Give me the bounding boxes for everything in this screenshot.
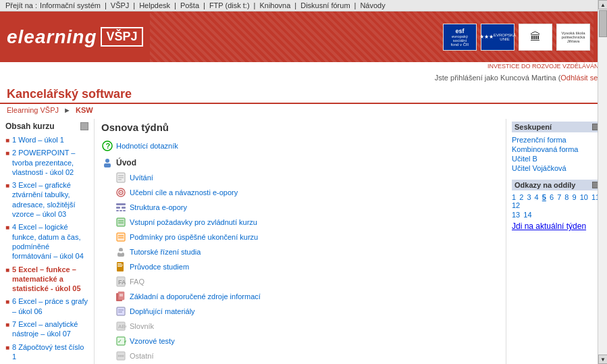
bullet-3: ■ [5,181,9,190]
svg-rect-12 [116,207,120,209]
logo-elearning: elearning [7,26,97,48]
svg-rect-17 [117,218,125,226]
sidebar-title-label: Obsah kurzu [5,122,55,131]
sidebar-collapse-icon[interactable] [80,122,88,130]
eu-logo-eu: ★★★ EVROPSKÁ UNIE [481,24,514,51]
current-week-link[interactable]: Jdi na aktuální týden [512,222,586,231]
requirements-icon [115,216,127,228]
sidebar-link-8[interactable]: 8 Zápočtový test číslo 1 [12,342,88,362]
link-vzorove[interactable]: Vzorové testy [130,337,175,345]
main-layout: Obsah kurzu ■ 1 Word – úkol 1 ■ 2 POWERP… [0,116,607,364]
link-ucitel-b[interactable]: Učitel B [512,155,537,163]
svg-point-45 [120,355,122,357]
nav-item-navody[interactable]: Návody [360,1,385,9]
link-uvod[interactable]: Úvod [116,158,136,167]
sidebar-item-8: ■ 8 Zápočtový test číslo 1 [5,342,88,362]
sidebar-link-4[interactable]: 4 Excel – logické funkce, datum a čas, p… [12,222,88,261]
nav-item-forum[interactable]: Diskusní fórum [300,1,350,9]
logo-vspj: VŠPJ [101,27,142,47]
link-cile[interactable]: Učební cíle a návaznosti e-opory [130,188,238,197]
link-uvitani[interactable]: Uvítání [130,174,153,182]
grouping-section: Seskupení Prezenční forma Kombinovaná fo… [512,122,602,173]
link-week-14[interactable]: 14 [523,211,531,219]
nav-item-posta[interactable]: Pošta [180,1,199,9]
sidebar-link-5[interactable]: 5 Excel – funkce – matematické a statist… [12,265,88,294]
grouping-kombinovana: Kombinovaná forma [512,145,602,154]
link-vojackova[interactable]: Učitel Vojáčková [512,164,566,172]
svg-point-44 [118,355,120,357]
link-pruvodce[interactable]: Průvodce studiem [130,263,189,271]
tree-item-pruvodce: Průvodce studiem [115,259,499,274]
grouping-ucitel-b: Učitel B [512,154,602,163]
link-week-3[interactable]: 3 [527,193,531,201]
logout-link[interactable]: Odhlásit se [560,74,598,82]
link-week-10[interactable]: 10 [580,193,588,201]
tree-item-vstupni: Vstupní požadavky pro zvládnutí kurzu [115,215,499,230]
link-kombinovana[interactable]: Kombinovaná forma [512,145,578,153]
link-doplnujici[interactable]: Doplňující materiály [130,307,195,315]
nav-item-vspj[interactable]: VŠPJ [111,1,130,9]
scroll-thumb[interactable] [599,10,607,37]
scroll-track [598,9,607,355]
sidebar-link-2[interactable]: 2 POWERPOINT – tvorba prezentace, vlastn… [12,148,88,177]
link-slovnik[interactable]: Slovník [130,322,154,330]
link-week-1[interactable]: 1 [512,193,516,201]
sidebar-link-7[interactable]: 7 Excel – analytické nástroje – úkol 07 [12,319,88,339]
link-faq[interactable]: FAQ [130,278,144,286]
page-title-area: Kancelářský software [0,84,607,104]
tree-item-vzorove: ✓ ✓ Vzorové testy [115,334,499,348]
link-week-4[interactable]: 4 [535,193,539,201]
link-zdroje[interactable]: Základní a doporučené zdroje informací [130,292,261,301]
sidebar-link-3[interactable]: 3 Excel – grafické ztvárnění tabulky, ad… [12,180,88,219]
link-week-6[interactable]: 6 [550,193,554,201]
bullet-5: ■ [5,265,9,274]
nav-item-knihovna[interactable]: Knihovna [259,1,290,9]
tree-item-hodnotici: ? Hodnotící dotazník [101,138,499,153]
tree-item-zdroje: Základní a doporučené zdroje informací [115,289,499,304]
link-week-9[interactable]: 9 [573,193,577,201]
link-vstupni[interactable]: Vstupní požadavky pro zvládnutí kurzu [130,218,257,226]
sidebar-link-1[interactable]: 1 Word – úkol 1 [12,135,64,145]
bullet-7: ■ [5,320,9,329]
nav-item-helpdesk[interactable]: Helpdesk [139,1,170,9]
link-ostatni[interactable]: Ostatní [130,352,153,360]
svg-rect-25 [120,251,122,253]
conditions-icon [115,231,127,243]
link-prezencni[interactable]: Prezenční forma [512,136,566,144]
link-week-5[interactable]: 5 [542,193,546,201]
breadcrumb-elearning[interactable]: Elearning VŠPJ [7,106,59,114]
sidebar-item-6: ■ 6 Excel – práce s grafy – úkol 06 [5,296,88,316]
link-struktura[interactable]: Struktura e-opory [130,203,187,211]
svg-rect-15 [120,210,122,211]
nav-item-is[interactable]: Informační systém [40,1,101,9]
scroll-up-button[interactable]: ▲ [598,0,607,9]
eu-logo-vspj: Vysoká škola politechnická Jihlava [556,24,590,51]
current-week-link-container: Jdi na aktuální týden [512,222,602,231]
scrollbar[interactable]: ▲ ▼ [598,0,607,364]
tree-item-cile: Učební cíle a návaznosti e-opory [115,185,499,200]
tree-item-slovnik: ABC Slovník [115,319,499,334]
link-week-7[interactable]: 7 [557,193,561,201]
svg-point-2 [105,159,109,163]
top-navigation: Přejít na : Informační systém| VŠPJ| Hel… [0,0,607,11]
sidebar-link-6[interactable]: 6 Excel – práce s grafy – úkol 06 [12,296,88,316]
link-week-2[interactable]: 2 [519,193,523,201]
link-hodnotici[interactable]: Hodnotící dotazník [116,142,178,150]
banner-pattern: esf evropský sociální fond v ČR ★★★ EVRO… [150,11,593,62]
nav-item-ftp[interactable]: FTP (disk t:) [209,1,250,9]
link-tutorske[interactable]: Tutorské řízení studia [130,248,201,256]
link-week-12[interactable]: 12 [512,201,520,209]
page-title: Kancelářský software [7,87,132,101]
link-week-8[interactable]: 8 [564,193,569,201]
scroll-down-button[interactable]: ▼ [598,355,607,364]
tree-item-doplnujici: Doplňující materiály [115,304,499,319]
person-icon [101,157,113,169]
supplement-icon [115,305,127,317]
link-week-13[interactable]: 13 [512,211,520,219]
sidebar-item-1: ■ 1 Word – úkol 1 [5,135,88,145]
tree-item-struktura: Struktura e-opory [115,200,499,215]
left-sidebar: Obsah kurzu ■ 1 Word – úkol 1 ■ 2 POWERP… [0,119,95,364]
link-podminky[interactable]: Podmínky pro úspěšné ukončení kurzu [130,233,258,241]
other-icon [115,350,127,362]
sidebar-title: Obsah kurzu [5,122,88,131]
